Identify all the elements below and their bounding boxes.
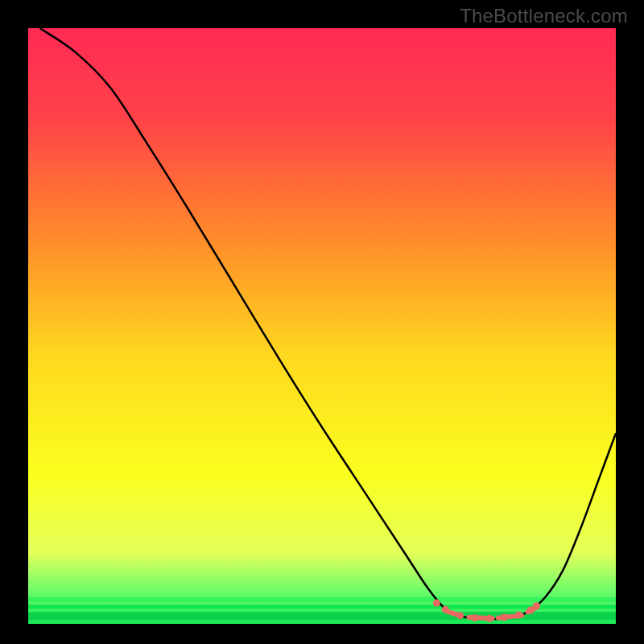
svg-point-9 [456,612,464,619]
svg-point-8 [442,606,449,613]
svg-point-14 [527,606,535,613]
svg-point-15 [533,602,540,609]
svg-point-13 [515,611,522,618]
svg-point-11 [486,615,493,622]
svg-point-12 [501,613,508,621]
svg-point-10 [471,614,478,621]
chart-svg [0,0,644,644]
bottleneck-chart: TheBottleneck.com [0,0,644,644]
plot-background [28,28,616,624]
svg-point-7 [433,600,440,607]
svg-rect-0 [28,597,616,602]
